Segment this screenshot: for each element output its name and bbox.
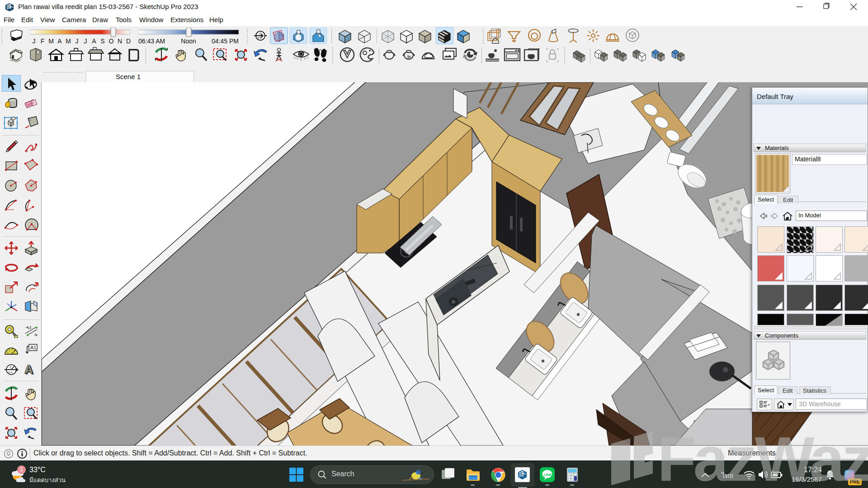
svg-text:04:45 PM: 04:45 PM <box>212 38 239 45</box>
svg-text:A: A <box>57 38 62 45</box>
svg-text:A-S: A-S <box>8 371 13 374</box>
svg-text:06:43 AM: 06:43 AM <box>138 38 165 45</box>
svg-text:C: C <box>9 366 12 369</box>
svg-text:F: F <box>41 38 45 45</box>
svg-text:J: J <box>75 38 79 45</box>
svg-text:A-S: A-S <box>258 37 262 39</box>
svg-text:N: N <box>118 38 122 45</box>
svg-text:3: 3 <box>29 325 31 330</box>
svg-text:J: J <box>84 38 87 45</box>
svg-text:C: C <box>259 32 261 35</box>
svg-text:A: A <box>24 362 33 376</box>
svg-text:J: J <box>33 38 36 45</box>
svg-text:M: M <box>66 38 71 45</box>
svg-text:M: M <box>48 38 54 45</box>
svg-text:Noon: Noon <box>181 38 196 45</box>
svg-text:A1: A1 <box>30 345 36 350</box>
svg-text:O: O <box>109 38 114 45</box>
svg-text:D: D <box>126 38 131 45</box>
svg-text:S: S <box>100 38 104 45</box>
svg-text:A: A <box>92 38 96 45</box>
svg-text:LINE: LINE <box>544 473 552 477</box>
